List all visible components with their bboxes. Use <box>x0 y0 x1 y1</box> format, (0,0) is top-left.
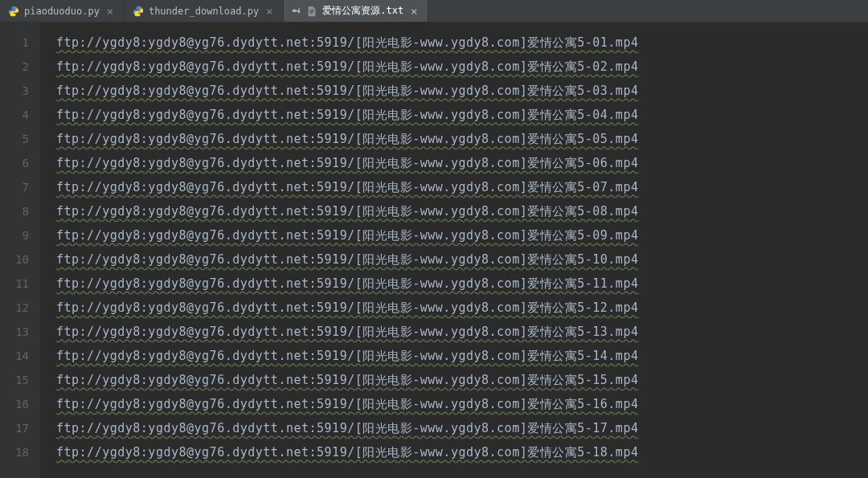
close-icon[interactable]: × <box>104 6 116 17</box>
editor-line[interactable]: ftp://ygdy8:ygdy8@yg76.dydytt.net:5919/[… <box>56 175 868 199</box>
svg-rect-1 <box>310 11 314 12</box>
line-number: 12 <box>0 296 40 320</box>
tab-bar: piaoduoduo.py × thunder_download.py × <box>0 0 868 22</box>
editor-line[interactable]: ftp://ygdy8:ygdy8@yg76.dydytt.net:5919/[… <box>56 272 868 296</box>
line-number: 17 <box>0 416 40 440</box>
editor-line[interactable]: ftp://ygdy8:ygdy8@yg76.dydytt.net:5919/[… <box>56 103 868 127</box>
close-icon[interactable]: × <box>264 6 275 17</box>
tab-label: thunder_download.py <box>149 6 259 17</box>
editor-line[interactable]: ftp://ygdy8:ygdy8@yg76.dydytt.net:5919/[… <box>56 151 868 175</box>
editor-line[interactable]: ftp://ygdy8:ygdy8@yg76.dydytt.net:5919/[… <box>56 392 868 416</box>
python-file-icon <box>8 6 19 17</box>
editor-line[interactable]: ftp://ygdy8:ygdy8@yg76.dydytt.net:5919/[… <box>56 247 868 272</box>
line-number: 13 <box>0 320 40 344</box>
line-number: 15 <box>0 368 40 392</box>
line-number: 16 <box>0 392 40 416</box>
line-number: 2 <box>0 55 40 79</box>
pin-icon <box>292 6 301 16</box>
line-number: 6 <box>0 151 40 175</box>
editor-line[interactable]: ftp://ygdy8:ygdy8@yg76.dydytt.net:5919/[… <box>56 55 868 79</box>
line-number: 8 <box>0 199 40 223</box>
editor-line[interactable]: ftp://ygdy8:ygdy8@yg76.dydytt.net:5919/[… <box>56 223 868 247</box>
editor-line[interactable]: ftp://ygdy8:ygdy8@yg76.dydytt.net:5919/[… <box>56 368 868 392</box>
svg-rect-0 <box>310 10 314 10</box>
line-number: 7 <box>0 175 40 199</box>
line-number: 10 <box>0 247 40 272</box>
tab-piaoduoduo[interactable]: piaoduoduo.py × <box>0 0 125 22</box>
line-number: 18 <box>0 440 40 464</box>
line-number: 3 <box>0 79 40 103</box>
svg-rect-2 <box>310 12 313 13</box>
editor-line[interactable]: ftp://ygdy8:ygdy8@yg76.dydytt.net:5919/[… <box>56 127 868 151</box>
tab-label: piaoduoduo.py <box>24 6 100 17</box>
editor-line[interactable]: ftp://ygdy8:ygdy8@yg76.dydytt.net:5919/[… <box>56 31 868 55</box>
line-number: 14 <box>0 344 40 368</box>
line-number: 9 <box>0 223 40 247</box>
tab-resources-txt[interactable]: 爱情公寓资源.txt × <box>284 0 428 22</box>
editor-line[interactable]: ftp://ygdy8:ygdy8@yg76.dydytt.net:5919/[… <box>56 320 868 344</box>
tab-thunder-download[interactable]: thunder_download.py × <box>125 0 284 22</box>
tab-label: 爱情公寓资源.txt <box>322 4 403 18</box>
close-icon[interactable]: × <box>408 6 420 17</box>
editor-line[interactable]: ftp://ygdy8:ygdy8@yg76.dydytt.net:5919/[… <box>56 440 868 464</box>
line-number: 1 <box>0 31 40 55</box>
line-number: 4 <box>0 103 40 127</box>
editor-line[interactable]: ftp://ygdy8:ygdy8@yg76.dydytt.net:5919/[… <box>56 79 868 103</box>
text-file-icon <box>306 6 317 17</box>
editor-line[interactable]: ftp://ygdy8:ygdy8@yg76.dydytt.net:5919/[… <box>56 344 868 368</box>
editor-line[interactable]: ftp://ygdy8:ygdy8@yg76.dydytt.net:5919/[… <box>56 199 868 223</box>
editor-content[interactable]: ftp://ygdy8:ygdy8@yg76.dydytt.net:5919/[… <box>40 22 868 478</box>
line-number: 5 <box>0 127 40 151</box>
line-number-gutter: 123456789101112131415161718 <box>0 22 40 478</box>
editor-line[interactable]: ftp://ygdy8:ygdy8@yg76.dydytt.net:5919/[… <box>56 416 868 440</box>
editor-line[interactable]: ftp://ygdy8:ygdy8@yg76.dydytt.net:5919/[… <box>56 296 868 320</box>
editor: 123456789101112131415161718 ftp://ygdy8:… <box>0 22 868 478</box>
python-file-icon <box>133 6 144 17</box>
line-number: 11 <box>0 272 40 296</box>
